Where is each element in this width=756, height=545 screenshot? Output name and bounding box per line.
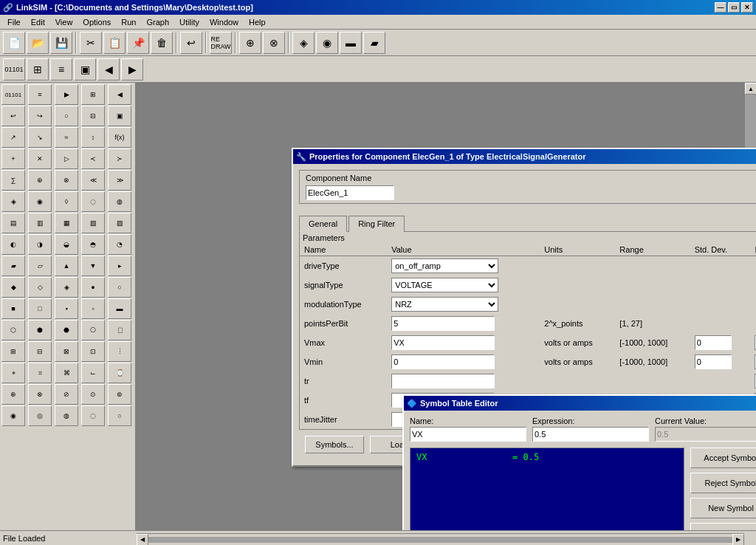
sb-sum[interactable]: ∑	[1, 170, 25, 191]
delete-button[interactable]: 🗑	[151, 32, 173, 54]
restore-button[interactable]: ▭	[728, 2, 740, 13]
delete-symbol-button[interactable]: Delete Symbol	[690, 523, 756, 530]
sb-i3[interactable]: ⬣	[55, 320, 78, 340]
sb-m3[interactable]: ◍	[55, 405, 78, 426]
symbol-list[interactable]: VX = 0.5	[410, 448, 684, 530]
sb-01101[interactable]: 01101	[1, 84, 25, 105]
sb-l2[interactable]: ⊗	[28, 384, 52, 405]
new-button[interactable]: 📄	[3, 32, 25, 54]
close-button[interactable]: ✕	[741, 2, 753, 13]
sb-gg[interactable]: ≫	[108, 170, 131, 191]
minimize-button[interactable]: —	[715, 2, 726, 13]
sb-j3[interactable]: ⊠	[55, 341, 78, 362]
t2-4[interactable]: ▣	[74, 58, 96, 80]
t2-5[interactable]: ◀	[97, 58, 120, 80]
sb-i5[interactable]: ⎕	[108, 320, 131, 340]
sb-h3[interactable]: ▪	[55, 298, 78, 319]
sb-l1[interactable]: ⊕	[1, 384, 25, 405]
sb-j1[interactable]: ⊞	[1, 341, 25, 362]
sb-h1[interactable]: ■	[1, 298, 25, 319]
sb-plus[interactable]: +	[1, 148, 25, 169]
menu-view[interactable]: View	[51, 16, 78, 28]
sb-h4[interactable]: ▫	[81, 298, 105, 319]
sb-m5[interactable]: ○	[108, 405, 131, 426]
sb-redo[interactable]: ↪	[28, 106, 52, 126]
signaltype-select[interactable]: VOLTAGE	[391, 278, 498, 292]
paste-button[interactable]: 📌	[127, 32, 149, 54]
drivetype-select[interactable]: on_off_ramp	[391, 258, 498, 273]
undo-button[interactable]: ↩	[180, 32, 202, 54]
sb-r2[interactable]: ≡	[28, 84, 52, 105]
sb-updown[interactable]: ↕	[81, 127, 105, 148]
sb-r4[interactable]: ⊞	[81, 84, 105, 105]
tr-input[interactable]	[391, 374, 495, 388]
sb-tri-r[interactable]: ▷	[55, 148, 78, 169]
sb-f4[interactable]: ▼	[81, 256, 105, 276]
sb-l3[interactable]: ⊘	[55, 384, 78, 405]
t2-1[interactable]: 01101	[3, 58, 25, 80]
vmax-input[interactable]	[391, 335, 495, 350]
tool3[interactable]: ◈	[292, 32, 315, 54]
canvas-area[interactable]: ▲ ▼ 🔧 Properties for Component ElecGen_1…	[137, 83, 756, 530]
tab-general[interactable]: General	[299, 216, 347, 232]
tool6[interactable]: ▰	[363, 32, 385, 54]
sb-f2[interactable]: ▱	[28, 256, 52, 276]
open-button[interactable]: 📂	[27, 32, 49, 54]
sb-angle-l[interactable]: ≺	[81, 148, 105, 169]
sb-fx[interactable]: f(x)	[108, 127, 131, 148]
t2-2[interactable]: ⊞	[27, 58, 49, 80]
menu-utility[interactable]: Utility	[175, 16, 204, 28]
sb-h2[interactable]: □	[28, 298, 52, 319]
menu-window[interactable]: Window	[205, 16, 243, 28]
h-scroll-track[interactable]	[148, 537, 732, 543]
cut-button[interactable]: ✂	[80, 32, 102, 54]
sb-l5[interactable]: ⊚	[108, 384, 131, 405]
sb-g4[interactable]: ●	[81, 277, 105, 298]
sb-k4[interactable]: ⌙	[81, 363, 105, 383]
sb-minus[interactable]: ⊟	[81, 106, 105, 126]
reject-symbol-button[interactable]: Reject Symbol	[690, 473, 756, 493]
sb-c1[interactable]: ◈	[1, 191, 25, 212]
sb-angle-r[interactable]: ≻	[108, 148, 131, 169]
sb-cross[interactable]: ✕	[28, 148, 52, 169]
tab-ring-filter[interactable]: Ring Filter	[348, 216, 405, 232]
sb-d4[interactable]: ▧	[81, 213, 105, 233]
scroll-up-arrow[interactable]: ▲	[745, 83, 756, 95]
sb-c4[interactable]: ◌	[81, 191, 105, 212]
sb-l4[interactable]: ⊙	[81, 384, 105, 405]
sb-m1[interactable]: ◉	[1, 405, 25, 426]
sb-d3[interactable]: ▦	[55, 213, 78, 233]
sb-j2[interactable]: ⊟	[28, 341, 52, 362]
sb-i4[interactable]: ⎔	[81, 320, 105, 340]
sb-se[interactable]: ↘	[28, 127, 52, 148]
sb-g2[interactable]: ◇	[28, 277, 52, 298]
sb-m4[interactable]: ◌	[81, 405, 105, 426]
sb-e3[interactable]: ◒	[55, 234, 78, 255]
accept-symbol-button[interactable]: Accept Symbol	[690, 448, 756, 468]
sb-r3[interactable]: ▶	[55, 84, 78, 105]
copy-button[interactable]: 📋	[103, 32, 126, 54]
menu-run[interactable]: Run	[117, 16, 140, 28]
t2-3[interactable]: ≡	[50, 58, 72, 80]
scroll-right-arrow[interactable]: ▶	[732, 534, 744, 546]
tool1[interactable]: ⊕	[239, 32, 261, 54]
sb-e4[interactable]: ◓	[81, 234, 105, 255]
scroll-left-arrow[interactable]: ◀	[137, 534, 148, 546]
sb-circle[interactable]: ○	[55, 106, 78, 126]
h-scrollbar[interactable]: ◀ ▶	[137, 533, 744, 545]
symbols-button[interactable]: Symbols...	[305, 436, 364, 453]
modulationtype-select[interactable]: NRZ	[391, 297, 498, 312]
sb-ne[interactable]: ↗	[1, 127, 25, 148]
sb-d1[interactable]: ▤	[1, 213, 25, 233]
sb-k3[interactable]: ⌘	[55, 363, 78, 383]
menu-help[interactable]: Help	[244, 16, 270, 28]
sb-j4[interactable]: ⊡	[81, 341, 105, 362]
sb-ll[interactable]: ≪	[81, 170, 105, 191]
sb-g3[interactable]: ◈	[55, 277, 78, 298]
sb-oplus[interactable]: ⊕	[28, 170, 52, 191]
sb-i2[interactable]: ⬢	[28, 320, 52, 340]
t2-6[interactable]: ▶	[121, 58, 143, 80]
vmax-stddev[interactable]	[695, 335, 732, 350]
sb-f5[interactable]: ▸	[108, 256, 131, 276]
save-button[interactable]: 💾	[50, 32, 72, 54]
